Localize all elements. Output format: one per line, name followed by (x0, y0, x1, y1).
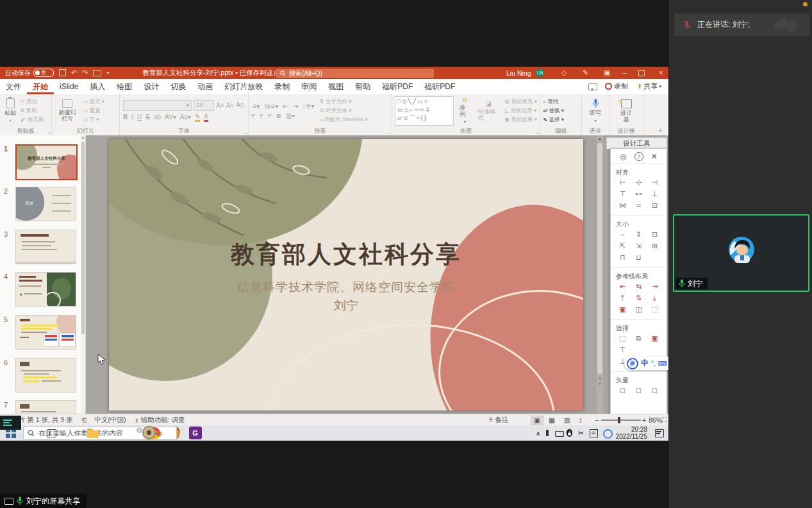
guide-box-icon[interactable]: ▣ (615, 305, 631, 317)
tab-slideshow[interactable]: 幻灯片放映 (219, 79, 269, 94)
next-slide-icon[interactable]: ˅ (597, 381, 603, 387)
select-copy-icon[interactable]: ⧉ (631, 334, 647, 346)
guide-bottom-icon[interactable]: ⤓ (647, 294, 663, 305)
tab-foxit-pdf-2[interactable]: 福昕PDF (418, 79, 461, 94)
design-tools-tab[interactable]: 设计工具 (606, 137, 667, 149)
slide-4-thumbnail[interactable]: ★ (15, 272, 76, 307)
change-case-button[interactable]: Aa▾ (180, 114, 191, 121)
thumbnail-scrollbar[interactable]: ▲ (81, 135, 85, 414)
zoom-slider-track[interactable] (601, 419, 641, 421)
accessibility-status[interactable]: 辅助功能: 调查 (141, 416, 185, 425)
cut-button[interactable]: ✂ 剪切 (21, 98, 44, 106)
cast-icon[interactable] (93, 70, 101, 76)
participant-video-tile[interactable]: 刘宁 (673, 214, 809, 292)
tab-review[interactable]: 审阅 (295, 79, 322, 94)
select-button[interactable]: ⬉ 选择 ▾ (543, 116, 564, 124)
tray-qq-penguin-icon[interactable] (567, 429, 572, 437)
guide-right-icon[interactable]: ⇥ (647, 282, 663, 294)
distribute-h-icon[interactable]: ⋈ (615, 201, 631, 213)
ime-logo-icon[interactable]: 拼 (627, 358, 638, 369)
vector-3-icon[interactable]: ◻ (647, 386, 663, 398)
notification-center-icon[interactable] (655, 429, 664, 437)
new-slide-button[interactable]: 新建幻灯片 (54, 99, 80, 122)
select-special-icon[interactable]: ▣ (647, 334, 663, 346)
align-center-h-icon[interactable]: ⊹ (631, 178, 647, 190)
layout-button[interactable]: ▭ 版式 ▾ (83, 98, 104, 106)
tab-insert[interactable]: 插入 (84, 79, 111, 94)
tab-islide[interactable]: iSlide (54, 79, 84, 94)
tab-home[interactable]: 开始 (27, 79, 54, 94)
share-button[interactable]: ⬆ 共享 ▾ (637, 81, 661, 91)
find-button[interactable]: ⌕ 查找 (543, 98, 564, 106)
slide-1-thumbnail[interactable]: 教育部人文社科分享 (15, 144, 78, 180)
comment-icon[interactable] (588, 83, 597, 90)
undo-icon[interactable]: ↶ (71, 67, 77, 79)
normal-view-button[interactable]: ▣ (531, 416, 543, 425)
grow-font-icon[interactable]: A˄ (216, 102, 224, 109)
tab-transitions[interactable]: 切换 (165, 79, 192, 94)
tab-design[interactable]: 设计 (138, 79, 165, 94)
align-right-icon[interactable]: ⊣ (647, 178, 663, 190)
tab-foxit-pdf-1[interactable]: 福昕PDF (376, 79, 418, 94)
section-button[interactable]: ▭ 节 ▾ (83, 116, 104, 124)
vector-2-icon[interactable]: ◻ (631, 386, 647, 398)
save-icon[interactable] (59, 69, 66, 76)
slide-sorter-view-button[interactable]: ▦ (549, 416, 555, 424)
designer-button[interactable]: ⚡ 设计器 (617, 99, 635, 123)
slide-5-thumbnail[interactable] (15, 315, 76, 350)
stretch-left-icon[interactable]: ⇱ (615, 242, 631, 253)
tray-usb-icon[interactable] (546, 430, 549, 436)
tab-record[interactable]: 录制 (269, 79, 295, 94)
text-direction-button[interactable]: ⇅ 文字方向 ▾ (319, 98, 367, 106)
align-center-button[interactable]: ≡ (260, 112, 263, 119)
tab-file[interactable]: 文件 (0, 79, 27, 94)
question-icon[interactable]: ? (634, 152, 643, 161)
strikethrough-button[interactable]: S (145, 114, 150, 121)
notes-button[interactable]: ≜备注 (488, 416, 509, 425)
equal-width-icon[interactable]: ⇔ (615, 230, 631, 242)
align-top-icon[interactable]: ⊤ (615, 190, 631, 201)
minimize-button[interactable]: – (623, 67, 627, 79)
fit-top-icon[interactable]: ⊓ (615, 253, 631, 265)
justify-button[interactable]: ≣ (276, 112, 281, 119)
slide-7-thumbnail[interactable] (15, 400, 76, 414)
shrink-font-icon[interactable]: A˅ (226, 102, 235, 109)
guide-center-icon[interactable]: ⇆ (631, 282, 647, 294)
reading-view-button[interactable]: ▥ (564, 416, 570, 424)
quick-styles-button[interactable]: ◪快速样式 (476, 101, 501, 121)
bullets-button[interactable]: ∙≡▾ (251, 103, 260, 110)
format-painter-button[interactable]: 🖌 格式刷 (21, 116, 44, 124)
distribute-v-icon[interactable]: ≍ (631, 201, 647, 213)
meeting-dock-icon[interactable] (0, 416, 21, 430)
columns-button[interactable]: ▥▾ (286, 112, 295, 119)
close-button[interactable]: × (659, 67, 663, 79)
ime-keyboard-icon[interactable]: ⌨ (658, 360, 667, 367)
redo-icon[interactable]: ↷ (82, 67, 88, 79)
slide-3-thumbnail[interactable] (15, 230, 76, 264)
tab-animations[interactable]: 动画 (192, 79, 219, 94)
numbering-button[interactable]: №≡▾ (265, 103, 279, 110)
reset-button[interactable]: ▭ 重置 (83, 107, 104, 115)
smartart-button[interactable]: ⤷ 转换为 SmartArt ▾ (319, 116, 367, 124)
font-name-box[interactable]: ▾ (123, 100, 192, 111)
vector-1-icon[interactable]: ◻ (615, 386, 631, 398)
spellcheck-icon[interactable]: ⎗ (82, 416, 87, 424)
slide-title[interactable]: 教育部人文社科分享 (109, 239, 583, 271)
zoom-level[interactable]: 86% (649, 416, 662, 424)
fill-icon[interactable]: ⊞ (647, 242, 663, 253)
align-bottom-icon[interactable]: ⊥ (647, 190, 663, 201)
slide-scrollbar[interactable]: ▲ ˄ ˅ (597, 135, 603, 414)
zoom-out-button[interactable]: − (595, 416, 599, 424)
tray-ime-badge[interactable]: 中 (590, 429, 598, 437)
slide-2-thumbnail[interactable]: 目录 (15, 187, 76, 221)
align-text-button[interactable]: ⊜ 对齐文本 ▾ (319, 107, 367, 115)
restore-button[interactable] (638, 70, 645, 76)
tray-scissors-icon[interactable]: ✂ (578, 429, 584, 437)
pen-icon[interactable]: ✎ (583, 67, 588, 79)
shape-outline-button[interactable]: ◺ 形状轮廓 ▾ (505, 107, 537, 115)
ime-toolbar[interactable]: 拼 中 °, ⌨ (624, 357, 668, 370)
camera-lens-icon[interactable] (142, 426, 156, 439)
select-row-icon[interactable]: ⊤ (615, 346, 631, 357)
paste-button[interactable]: 粘贴▾ (3, 98, 18, 124)
font-size-box[interactable]: 28 (194, 100, 214, 111)
